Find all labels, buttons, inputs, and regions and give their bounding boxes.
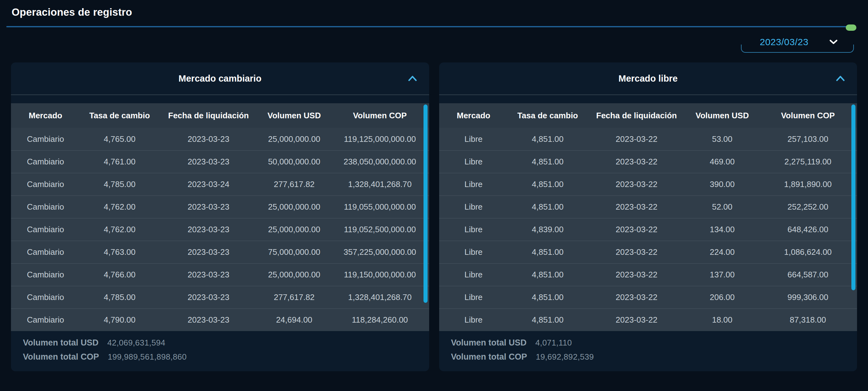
- cell-mercado: Cambiario: [11, 202, 80, 212]
- cell-mercado: Libre: [439, 134, 508, 144]
- cell-mercado: Cambiario: [11, 225, 80, 234]
- panel-footer-libre: Volumen total USD 4,071,110 Volumen tota…: [439, 331, 857, 371]
- cell-vol-cop: 999,306.00: [759, 293, 857, 302]
- cell-fecha: 2023-03-24: [159, 180, 257, 189]
- table-libre: Mercado Tasa de cambio Fecha de liquidac…: [439, 103, 857, 331]
- table-header-row: Mercado Tasa de cambio Fecha de liquidac…: [11, 103, 429, 128]
- cell-vol-cop: 357,225,000,000.00: [331, 247, 429, 257]
- cell-fecha: 2023-03-23: [159, 202, 257, 212]
- table-row: Cambiario 4,762.00 2023-03-23 25,000,000…: [11, 218, 429, 241]
- panel-footer-cambiario: Volumen total USD 42,069,631,594 Volumen…: [11, 331, 429, 371]
- cell-vol-cop: 1,328,401,268.70: [331, 180, 429, 189]
- cell-tasa: 4,851.00: [508, 315, 587, 325]
- cell-fecha: 2023-03-22: [588, 270, 686, 280]
- table-row: Cambiario 4,766.00 2023-03-23 25,000,000…: [11, 263, 429, 286]
- cell-vol-usd: 224.00: [686, 247, 759, 257]
- cell-fecha: 2023-03-22: [588, 202, 686, 212]
- cell-tasa: 4,785.00: [80, 293, 159, 302]
- total-usd-value: 42,069,631,594: [107, 338, 165, 348]
- cell-tasa: 4,762.00: [80, 202, 159, 212]
- cell-tasa: 4,763.00: [80, 247, 159, 257]
- cell-fecha: 2023-03-22: [588, 225, 686, 234]
- panel-mercado-cambiario: Mercado cambiario Mercado Tasa de cambio…: [11, 62, 429, 371]
- chevron-up-icon[interactable]: [408, 75, 417, 82]
- cell-fecha: 2023-03-22: [588, 315, 686, 325]
- cell-fecha: 2023-03-23: [159, 247, 257, 257]
- cell-tasa: 4,839.00: [508, 225, 587, 234]
- cell-vol-usd: 24,694.00: [257, 315, 331, 325]
- cell-vol-cop: 1,328,401,268.70: [331, 293, 429, 302]
- total-cop-value: 19,692,892,539: [536, 352, 594, 362]
- table-row: Libre 4,851.00 2023-03-22 137.00 664,587…: [439, 263, 857, 286]
- total-cop-line: Volumen total COP 19,692,892,539: [451, 352, 845, 362]
- cell-tasa: 4,790.00: [80, 315, 159, 325]
- cell-mercado: Libre: [439, 270, 508, 280]
- table-row: Cambiario 4,762.00 2023-03-23 25,000,000…: [11, 196, 429, 218]
- green-handle: [846, 25, 857, 31]
- cell-vol-cop: 118,284,260.00: [331, 315, 429, 325]
- cell-vol-cop: 119,125,000,000.00: [331, 134, 429, 144]
- cell-tasa: 4,761.00: [80, 157, 159, 167]
- total-usd-label: Volumen total USD: [451, 338, 527, 348]
- col-header-vol-usd: Volumen USD: [686, 111, 759, 120]
- cell-fecha: 2023-03-23: [159, 134, 257, 144]
- cell-vol-cop: 119,055,000,000.00: [331, 202, 429, 212]
- cell-mercado: Cambiario: [11, 315, 80, 325]
- cell-mercado: Libre: [439, 202, 508, 212]
- cell-tasa: 4,766.00: [80, 270, 159, 280]
- cell-vol-usd: 25,000,000.00: [257, 202, 331, 212]
- total-cop-label: Volumen total COP: [451, 352, 527, 362]
- cell-vol-usd: 134.00: [686, 225, 759, 234]
- cell-vol-cop: 1,891,890.00: [759, 180, 857, 189]
- cell-vol-usd: 25,000,000.00: [257, 225, 331, 234]
- table-row: Cambiario 4,785.00 2023-03-23 277,617.82…: [11, 286, 429, 308]
- cell-fecha: 2023-03-23: [159, 157, 257, 167]
- cell-fecha: 2023-03-22: [588, 157, 686, 167]
- panel-header-cambiario: Mercado cambiario: [11, 62, 429, 95]
- table-row: Cambiario 4,761.00 2023-03-23 50,000,000…: [11, 150, 429, 173]
- cell-vol-cop: 119,150,000,000.00: [331, 270, 429, 280]
- table-row: Libre 4,851.00 2023-03-22 390.00 1,891,8…: [439, 173, 857, 196]
- panel-title: Mercado cambiario: [179, 73, 261, 84]
- panel-spacer: [439, 95, 857, 103]
- cell-vol-usd: 50,000,000.00: [257, 157, 331, 167]
- table-row: Cambiario 4,790.00 2023-03-23 24,694.00 …: [11, 308, 429, 331]
- cell-vol-usd: 206.00: [686, 293, 759, 302]
- table-row: Libre 4,839.00 2023-03-22 134.00 648,426…: [439, 218, 857, 241]
- total-usd-label: Volumen total USD: [23, 338, 98, 348]
- panel-header-libre: Mercado libre: [439, 62, 857, 95]
- cell-vol-usd: 18.00: [686, 315, 759, 325]
- scrollbar[interactable]: [851, 104, 856, 290]
- title-divider: [6, 26, 849, 27]
- col-header-vol-cop: Volumen COP: [759, 111, 857, 120]
- date-picker-border: [741, 44, 854, 53]
- col-header-mercado: Mercado: [11, 111, 80, 120]
- cell-mercado: Libre: [439, 315, 508, 325]
- cell-mercado: Libre: [439, 293, 508, 302]
- cell-fecha: 2023-03-22: [588, 293, 686, 302]
- cell-vol-cop: 257,103.00: [759, 134, 857, 144]
- cell-vol-usd: 75,000,000.00: [257, 247, 331, 257]
- col-header-vol-cop: Volumen COP: [331, 111, 429, 120]
- date-picker[interactable]: 2023/03/23: [741, 33, 854, 53]
- scrollbar[interactable]: [424, 104, 428, 303]
- cell-fecha: 2023-03-22: [588, 247, 686, 257]
- table-row: Libre 4,851.00 2023-03-22 224.00 1,086,6…: [439, 241, 857, 263]
- cell-vol-cop: 1,086,624.00: [759, 247, 857, 257]
- cell-fecha: 2023-03-23: [159, 293, 257, 302]
- cell-vol-usd: 25,000,000.00: [257, 134, 331, 144]
- cell-fecha: 2023-03-23: [159, 315, 257, 325]
- cell-tasa: 4,851.00: [508, 247, 587, 257]
- cell-vol-usd: 390.00: [686, 180, 759, 189]
- table-row: Libre 4,851.00 2023-03-22 52.00 252,252.…: [439, 196, 857, 218]
- cell-vol-usd: 52.00: [686, 202, 759, 212]
- cell-vol-cop: 664,587.00: [759, 270, 857, 280]
- chevron-up-icon[interactable]: [836, 75, 845, 82]
- table-row: Libre 4,851.00 2023-03-22 206.00 999,306…: [439, 286, 857, 308]
- cell-mercado: Cambiario: [11, 293, 80, 302]
- cell-vol-usd: 53.00: [686, 134, 759, 144]
- cell-vol-usd: 25,000,000.00: [257, 270, 331, 280]
- cell-mercado: Libre: [439, 180, 508, 189]
- cell-tasa: 4,851.00: [508, 293, 587, 302]
- cell-tasa: 4,785.00: [80, 180, 159, 189]
